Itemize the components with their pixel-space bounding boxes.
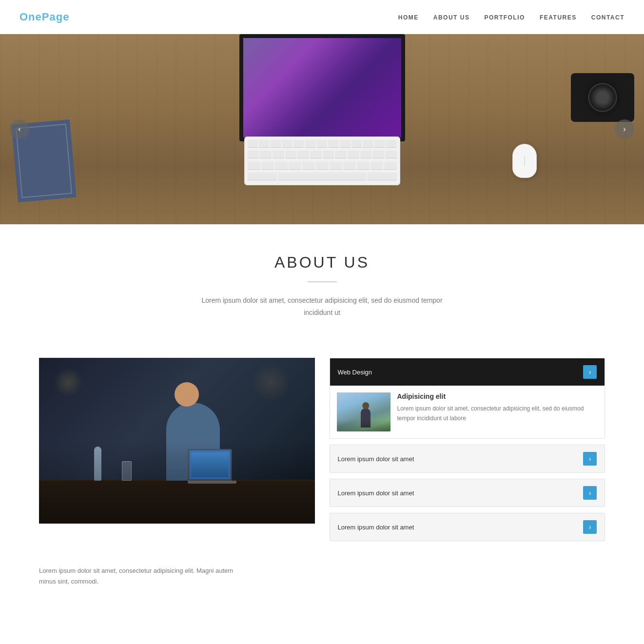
- nav-contact[interactable]: CONTACT: [591, 14, 624, 21]
- nav-home[interactable]: HOME: [398, 14, 419, 21]
- accordion-content-webdesign: Adipisicing elit Lorem ipsum dolor sit a…: [397, 392, 598, 431]
- section-divider: [308, 281, 337, 282]
- about-image: [39, 358, 315, 524]
- accordion-item-2: Lorem ipsum dolor sit amet ›: [330, 445, 605, 473]
- accordion-body-webdesign: Adipisicing elit Lorem ipsum dolor sit a…: [330, 386, 605, 438]
- table-surface: [39, 480, 315, 524]
- accordion-item-4: Lorem ipsum dolor sit amet ›: [330, 513, 605, 541]
- accordion-content-title-webdesign: Adipisicing elit: [397, 392, 598, 400]
- hero-background: [0, 34, 644, 224]
- accordion-chevron-webdesign[interactable]: ›: [583, 365, 597, 379]
- camera-decoration: [571, 73, 634, 122]
- about-content: Web Design › Adipisicing elit Lorem ipsu…: [0, 358, 644, 561]
- navbar: OnePage HOME ABOUT US PORTFOLIO FEATURES…: [0, 0, 644, 34]
- accordion-col: Web Design › Adipisicing elit Lorem ipsu…: [330, 358, 605, 541]
- slider-next-button[interactable]: ›: [615, 119, 634, 139]
- accordion-header-4[interactable]: Lorem ipsum dolor sit amet ›: [330, 513, 605, 541]
- accordion-chevron-4[interactable]: ›: [583, 520, 597, 534]
- about-image-col: [39, 358, 315, 524]
- light-spot-2: [252, 363, 291, 402]
- about-subtitle: Lorem ipsum dolor sit amet, consectetur …: [200, 294, 444, 319]
- nav-about[interactable]: ABOUT US: [433, 14, 470, 21]
- hero-slider: ‹ ›: [0, 34, 644, 224]
- person-head: [175, 382, 199, 407]
- slider-prev-button[interactable]: ‹: [10, 119, 29, 139]
- laptop-base: [188, 481, 236, 484]
- accordion-label-webdesign: Web Design: [338, 369, 372, 376]
- about-section: ABOUT US Lorem ipsum dolor sit amet, con…: [0, 224, 644, 358]
- accordion-label-2: Lorem ipsum dolor sit amet: [338, 455, 414, 463]
- bottle: [94, 447, 101, 481]
- accordion-label-4: Lorem ipsum dolor sit amet: [338, 524, 414, 531]
- nav-features[interactable]: FEATURES: [540, 14, 577, 21]
- chevron-right-icon: ›: [623, 125, 625, 134]
- about-footer-text: Lorem ipsum dolor sit amet, consectetur …: [0, 561, 273, 606]
- chevron-left-icon: ‹: [18, 125, 20, 134]
- accordion-header-webdesign[interactable]: Web Design ›: [330, 358, 605, 386]
- accordion-chevron-3[interactable]: ›: [583, 486, 597, 500]
- accordion-header-3[interactable]: Lorem ipsum dolor sit amet ›: [330, 479, 605, 507]
- camera-lens: [588, 83, 617, 112]
- light-spot-1: [54, 368, 83, 397]
- accordion-header-2[interactable]: Lorem ipsum dolor sit amet ›: [330, 445, 605, 472]
- accordion-item-3: Lorem ipsum dolor sit amet ›: [330, 479, 605, 507]
- accordion-item-webdesign: Web Design › Adipisicing elit Lorem ipsu…: [330, 358, 605, 439]
- monitor-screen: [239, 34, 405, 141]
- person-body: [166, 403, 220, 481]
- accordion-chevron-2[interactable]: ›: [583, 452, 597, 466]
- nav-portfolio[interactable]: PORTFOLIO: [484, 14, 525, 21]
- site-logo[interactable]: OnePage: [20, 11, 69, 23]
- nav-links: HOME ABOUT US PORTFOLIO FEATURES CONTACT: [398, 13, 624, 21]
- accordion-content-text-webdesign: Lorem ipsum dolor sit amet, consectetur …: [397, 404, 598, 423]
- accordion-thumb-webdesign: [337, 392, 390, 431]
- keyboard-decoration: [244, 137, 400, 185]
- laptop-screen: [188, 449, 232, 481]
- mouse-decoration: [512, 144, 537, 178]
- glass: [122, 461, 132, 481]
- about-title: ABOUT US: [39, 254, 605, 272]
- accordion-label-3: Lorem ipsum dolor sit amet: [338, 489, 414, 497]
